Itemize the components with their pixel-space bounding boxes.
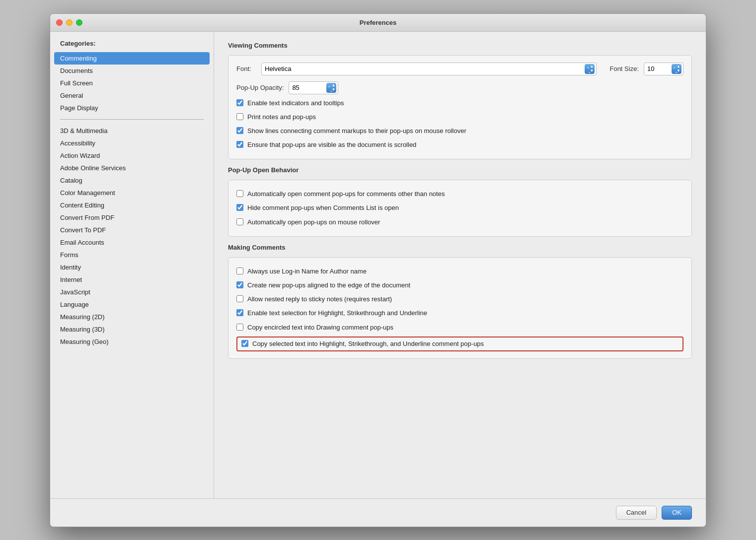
- opacity-row: Pop-Up Opacity: 85 100 75 50 ▲ ▼: [236, 81, 683, 94]
- font-select-wrapper: Helvetica Arial Times New Roman ▲ ▼: [261, 63, 597, 75]
- checkbox-create-popups-label: Create new pop-ups aligned to the edge o…: [247, 281, 410, 290]
- checkbox-allow-nested-input[interactable]: [236, 295, 243, 302]
- sidebar-item-convert-from-pdf[interactable]: Convert From PDF: [50, 211, 214, 224]
- window-title: Preferences: [360, 19, 396, 26]
- sidebar-item-documents[interactable]: Documents: [50, 65, 214, 77]
- checkbox-hide-comments: Hide comment pop-ups when Comments List …: [236, 201, 683, 215]
- checkbox-copy-encircled: Copy encircled text into Drawing comment…: [236, 321, 683, 335]
- sidebar-item-measuring-3d[interactable]: Measuring (3D): [50, 323, 214, 336]
- sidebar-item-color-management[interactable]: Color Management: [50, 187, 214, 199]
- checkbox-enable-selection-label: Enable text selection for Highlight, Str…: [247, 309, 427, 318]
- checkbox-copy-selected-label: Copy selected text into Highlight, Strik…: [252, 339, 484, 348]
- sidebar-heading: Categories:: [50, 40, 214, 52]
- checkbox-always-login: Always use Log-in Name for Author name: [236, 265, 683, 278]
- sidebar-item-general[interactable]: General: [50, 89, 214, 102]
- checkbox-enable-selection: Enable text selection for Highlight, Str…: [236, 306, 683, 320]
- font-label: Font:: [236, 65, 256, 72]
- content-area: Categories: Commenting Documents Full Sc…: [50, 32, 706, 498]
- font-size-select-wrapper: 10 12 14 16 ▲ ▼: [644, 63, 683, 75]
- sidebar: Categories: Commenting Documents Full Sc…: [50, 32, 214, 498]
- checkbox-copy-encircled-input[interactable]: [236, 324, 243, 331]
- viewing-comments-section: Font: Helvetica Arial Times New Roman ▲ …: [228, 55, 692, 160]
- sidebar-item-catalog[interactable]: Catalog: [50, 174, 214, 187]
- checkbox-show-lines: Show lines connecting comment markups to…: [236, 124, 683, 138]
- checkbox-auto-open-label: Automatically open comment pop-ups for c…: [247, 190, 445, 199]
- checkbox-show-lines-input[interactable]: [236, 127, 243, 134]
- checkbox-copy-selected: Copy selected text into Highlight, Strik…: [236, 337, 683, 351]
- opacity-label: Pop-Up Opacity:: [236, 84, 284, 91]
- checkbox-show-lines-label: Show lines connecting comment markups to…: [247, 127, 466, 135]
- checkbox-auto-open-rollover-label: Automatically open pop-ups on mouse roll…: [247, 218, 380, 227]
- font-size-select[interactable]: 10 12 14 16: [644, 63, 683, 75]
- checkbox-print-notes-label: Print notes and pop-ups: [247, 113, 316, 122]
- checkbox-auto-open-rollover: Automatically open pop-ups on mouse roll…: [236, 215, 683, 229]
- preferences-window: Preferences Categories: Commenting Docum…: [50, 13, 706, 527]
- sidebar-item-email-accounts[interactable]: Email Accounts: [50, 236, 214, 249]
- ok-button[interactable]: OK: [662, 506, 692, 520]
- close-button[interactable]: [56, 19, 63, 26]
- sidebar-item-convert-to-pdf[interactable]: Convert To PDF: [50, 224, 214, 236]
- sidebar-item-javascript[interactable]: JavaScript: [50, 286, 214, 298]
- sidebar-item-identity[interactable]: Identity: [50, 261, 214, 273]
- checkbox-always-login-input[interactable]: [236, 268, 243, 274]
- checkbox-auto-open: Automatically open comment pop-ups for c…: [236, 187, 683, 201]
- checkbox-copy-selected-input[interactable]: [241, 340, 248, 347]
- popup-behavior-title: Pop-Up Open Behavior: [228, 166, 692, 174]
- checkbox-ensure-visible-label: Ensure that pop-ups are visible as the d…: [247, 140, 416, 149]
- checkbox-auto-open-rollover-input[interactable]: [236, 218, 243, 225]
- traffic-lights: [56, 19, 82, 26]
- checkbox-create-popups: Create new pop-ups aligned to the edge o…: [236, 278, 683, 292]
- minimize-button[interactable]: [66, 19, 73, 26]
- opacity-select[interactable]: 85 100 75 50: [289, 81, 338, 94]
- sidebar-item-internet[interactable]: Internet: [50, 273, 214, 286]
- sidebar-item-measuring-2d[interactable]: Measuring (2D): [50, 311, 214, 323]
- opacity-select-wrapper: 85 100 75 50 ▲ ▼: [289, 81, 338, 94]
- sidebar-item-action-wizard[interactable]: Action Wizard: [50, 149, 214, 162]
- sidebar-item-3d-multimedia[interactable]: 3D & Multimedia: [50, 125, 214, 137]
- checkbox-always-login-label: Always use Log-in Name for Author name: [247, 267, 367, 276]
- sidebar-item-content-editing[interactable]: Content Editing: [50, 199, 214, 211]
- maximize-button[interactable]: [76, 19, 82, 26]
- checkbox-hide-comments-input[interactable]: [236, 204, 243, 211]
- checkbox-allow-nested-label: Allow nested reply to sticky notes (requ…: [247, 295, 392, 304]
- checkbox-hide-comments-label: Hide comment pop-ups when Comments List …: [247, 203, 399, 212]
- main-panel: Viewing Comments Font: Helvetica Arial T…: [214, 32, 706, 498]
- checkbox-copy-encircled-label: Copy encircled text into Drawing comment…: [247, 323, 393, 332]
- cancel-button[interactable]: Cancel: [616, 506, 657, 520]
- font-row: Font: Helvetica Arial Times New Roman ▲ …: [236, 63, 683, 75]
- sidebar-item-page-display[interactable]: Page Display: [50, 102, 214, 114]
- checkbox-print-notes-input[interactable]: [236, 113, 243, 120]
- checkbox-allow-nested: Allow nested reply to sticky notes (requ…: [236, 292, 683, 306]
- checkbox-ensure-visible-input[interactable]: [236, 141, 243, 148]
- sidebar-item-adobe-online[interactable]: Adobe Online Services: [50, 162, 214, 174]
- sidebar-item-full-screen[interactable]: Full Screen: [50, 77, 214, 89]
- checkbox-print-notes: Print notes and pop-ups: [236, 110, 683, 124]
- checkbox-enable-indicators: Enable text indicators and tooltips: [236, 96, 683, 110]
- checkbox-create-popups-input[interactable]: [236, 281, 243, 288]
- sidebar-item-measuring-geo[interactable]: Measuring (Geo): [50, 336, 214, 348]
- sidebar-item-forms[interactable]: Forms: [50, 249, 214, 261]
- font-select[interactable]: Helvetica Arial Times New Roman: [261, 63, 597, 75]
- making-comments-title: Making Comments: [228, 244, 692, 251]
- font-size-label: Font Size:: [609, 65, 639, 72]
- footer: Cancel OK: [50, 498, 706, 527]
- checkbox-enable-indicators-input[interactable]: [236, 99, 243, 106]
- checkbox-auto-open-input[interactable]: [236, 190, 243, 197]
- sidebar-divider: [60, 119, 204, 120]
- titlebar: Preferences: [50, 14, 706, 32]
- sidebar-item-accessibility[interactable]: Accessibility: [50, 137, 214, 149]
- making-comments-section: Always use Log-in Name for Author name C…: [228, 257, 692, 359]
- checkbox-enable-selection-input[interactable]: [236, 309, 243, 316]
- popup-behavior-section: Automatically open comment pop-ups for c…: [228, 180, 692, 237]
- checkbox-enable-indicators-label: Enable text indicators and tooltips: [247, 99, 344, 108]
- checkbox-ensure-visible: Ensure that pop-ups are visible as the d…: [236, 138, 683, 152]
- sidebar-item-commenting[interactable]: Commenting: [54, 52, 210, 65]
- sidebar-item-language[interactable]: Language: [50, 298, 214, 311]
- viewing-comments-title: Viewing Comments: [228, 42, 692, 49]
